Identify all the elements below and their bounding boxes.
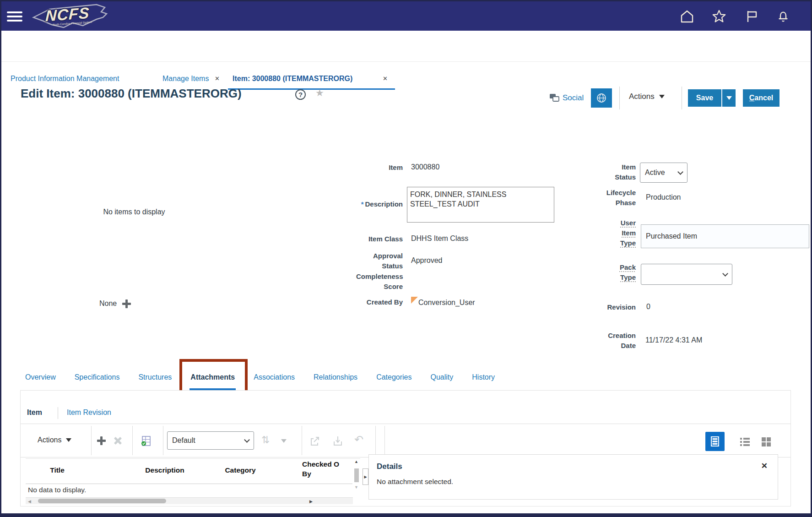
item-status-label: Item Status	[528, 162, 636, 182]
application-window: NCFS North Carolina Financial System Pro…	[0, 0, 812, 517]
description-label: *Description	[294, 199, 403, 209]
revision-label: Revision	[528, 302, 636, 312]
revision-value: 0	[646, 302, 650, 311]
attachments-none-row: None	[99, 299, 131, 308]
column-header-title[interactable]: Title	[30, 465, 85, 475]
attachments-tab-item[interactable]: Item	[27, 408, 42, 417]
social-label: Social	[563, 93, 584, 103]
item-value: 3000880	[411, 163, 439, 172]
table-view-toggle[interactable]	[705, 432, 725, 451]
user-flag-icon	[411, 297, 418, 304]
subtab-attachments[interactable]: Attachments	[190, 373, 235, 381]
tab-manage-items[interactable]: Manage Items	[162, 75, 209, 83]
social-button[interactable]: Social	[549, 93, 584, 103]
subtab-specifications[interactable]: Specifications	[75, 373, 120, 381]
close-tab-item-3000880-icon[interactable]	[383, 75, 388, 82]
page-title: Edit Item: 3000880 (ITEMMASTERORG)	[21, 87, 242, 101]
sort-dropdown-chevron-icon[interactable]	[281, 439, 287, 443]
column-header-checked-out-by[interactable]: Checked O By	[302, 459, 348, 479]
left-pane-empty-text: No items to display	[86, 207, 182, 217]
lifecycle-phase-value: Production	[646, 193, 681, 202]
social-globe-button[interactable]	[591, 88, 612, 108]
scroll-left-arrow-icon[interactable]	[28, 499, 31, 504]
actions-label: Actions	[629, 92, 655, 101]
grid-view-toggle[interactable]	[756, 432, 775, 451]
check-in-icon[interactable]	[332, 435, 344, 449]
column-header-category[interactable]: Category	[208, 465, 272, 475]
favorites-star-icon[interactable]	[712, 9, 726, 24]
subtab-history[interactable]: History	[472, 373, 495, 381]
favorite-item-star-icon[interactable]	[315, 87, 324, 98]
announcements-flag-icon[interactable]	[744, 9, 759, 24]
subtab-quality[interactable]: Quality	[431, 373, 454, 381]
tab-item-3000880[interactable]: Item: 3000880 (ITEMMASTERORG)	[233, 75, 352, 83]
subtab-structures[interactable]: Structures	[138, 373, 172, 381]
attachments-actions-menu[interactable]: Actions	[38, 436, 71, 444]
pack-type-label: Pack Type	[528, 262, 636, 283]
attachments-toolbar: Actions Default	[21, 424, 790, 457]
save-button[interactable]: Save	[688, 89, 721, 107]
table-header-border	[26, 484, 352, 484]
add-row-plus-icon[interactable]	[97, 436, 106, 445]
divider	[302, 426, 302, 455]
close-details-icon[interactable]	[761, 461, 768, 471]
horizontal-scrollbar-thumb[interactable]	[38, 499, 166, 503]
notifications-bell-icon[interactable]	[776, 9, 790, 24]
globe-icon	[595, 92, 607, 104]
pack-type-select[interactable]	[641, 264, 732, 285]
list-view-toggle[interactable]	[735, 432, 754, 451]
document-tab-bar: Product Information Management Manage It…	[1, 31, 811, 62]
user-item-type-label: User Item Type	[528, 218, 636, 248]
table-horizontal-scrollbar[interactable]	[26, 497, 353, 504]
scroll-down-arrow-icon[interactable]	[354, 485, 358, 490]
grid-view-icon	[759, 435, 773, 448]
close-tab-manage-items-icon[interactable]	[215, 75, 220, 82]
subtab-associations[interactable]: Associations	[254, 373, 295, 381]
chevron-down-icon	[677, 169, 683, 175]
details-title: Details	[377, 462, 402, 471]
divider	[163, 426, 163, 455]
subtab-categories[interactable]: Categories	[376, 373, 411, 381]
pane-splitter-button[interactable]	[363, 468, 368, 485]
attachments-tab-item-revision[interactable]: Item Revision	[67, 408, 111, 417]
item-label: Item	[294, 163, 403, 173]
created-by-label: Created By	[294, 297, 403, 307]
chevron-down-icon	[726, 96, 732, 100]
item-subtab-bar: Overview Specifications Structures Attac…	[25, 373, 495, 381]
divider	[682, 87, 682, 109]
add-attachment-plus-icon[interactable]	[122, 299, 131, 308]
scroll-up-arrow-icon[interactable]	[354, 459, 358, 464]
item-status-select[interactable]: Active	[640, 163, 687, 183]
creation-date-label: Creation Date	[528, 331, 636, 351]
subtab-relationships[interactable]: Relationships	[314, 373, 357, 381]
approval-status-value: Approved	[411, 256, 443, 265]
chevron-down-icon	[659, 95, 665, 98]
user-item-type-input[interactable]	[641, 224, 809, 248]
divider	[375, 426, 376, 455]
help-icon[interactable]	[295, 89, 306, 100]
export-to-excel-icon[interactable]	[141, 435, 152, 448]
check-out-icon[interactable]	[309, 435, 321, 449]
navigator-menu-icon[interactable]	[7, 11, 23, 22]
page-actions-menu[interactable]: Actions	[629, 92, 665, 101]
sort-icon[interactable]	[261, 434, 270, 446]
cancel-button[interactable]: Cancel	[743, 89, 780, 107]
column-header-description[interactable]: Description	[130, 465, 199, 475]
required-marker: *	[361, 200, 364, 208]
subtab-overview[interactable]: Overview	[25, 373, 56, 381]
app-header: NCFS North Carolina Financial System	[1, 1, 811, 31]
vertical-scrollbar-thumb[interactable]	[354, 468, 359, 482]
view-format-select[interactable]: Default	[167, 431, 254, 450]
save-dropdown-button[interactable]	[722, 89, 736, 107]
delete-row-x-icon[interactable]	[112, 435, 124, 447]
social-chat-icon	[549, 93, 560, 103]
tab-product-information-management[interactable]: Product Information Management	[11, 75, 119, 83]
home-icon[interactable]	[680, 9, 694, 24]
scroll-right-arrow-icon[interactable]	[309, 499, 313, 504]
divider	[384, 426, 385, 455]
ncfs-logo: NCFS North Carolina Financial System	[28, 2, 119, 30]
cancel-checkout-undo-icon[interactable]	[354, 433, 363, 446]
chevron-down-icon	[244, 437, 250, 443]
table-vertical-scrollbar[interactable]	[353, 459, 360, 495]
attachment-details-panel: Details No attachment selected.	[368, 454, 778, 500]
